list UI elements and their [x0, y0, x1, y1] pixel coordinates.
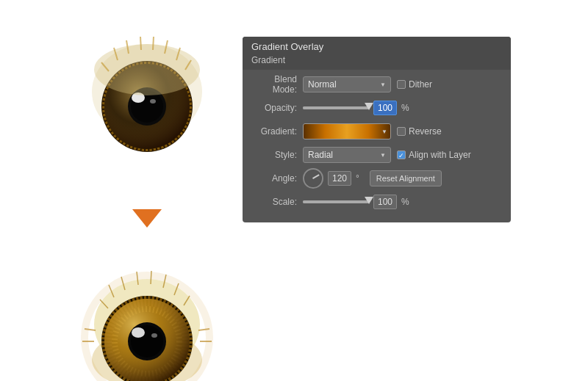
opacity-slider[interactable]	[303, 106, 369, 109]
blend-mode-arrow-icon: ▼	[380, 81, 386, 88]
blend-mode-value: Normal	[308, 79, 377, 90]
svg-point-11	[150, 99, 156, 104]
svg-line-15	[140, 37, 141, 50]
svg-line-16	[153, 37, 154, 50]
svg-line-38	[151, 271, 151, 284]
scale-slider-area: 100 %	[303, 195, 503, 209]
svg-point-33	[132, 327, 145, 338]
angle-label: Angle:	[250, 173, 303, 184]
gradient-overlay-panel: Gradient Overlay Gradient Blend Mode: No…	[243, 37, 511, 222]
angle-dial[interactable]	[303, 168, 323, 189]
style-arrow-icon: ▼	[380, 152, 386, 159]
dither-checkbox[interactable]	[397, 80, 406, 89]
scale-row: Scale: 100 %	[250, 193, 503, 211]
scale-slider[interactable]	[303, 200, 369, 203]
gradient-row: Gradient: ▼ Reverse	[250, 123, 503, 140]
align-label: Align with Layer	[409, 150, 471, 160]
gradient-arrow-icon: ▼	[381, 128, 387, 135]
bottom-eye	[74, 264, 220, 381]
reset-alignment-button[interactable]: Reset Alignment	[370, 170, 442, 186]
dither-group: Dither	[397, 79, 432, 90]
panel-subtitle: Gradient	[243, 54, 511, 70]
reverse-group: Reverse	[397, 126, 442, 137]
blend-mode-dropdown[interactable]: Normal ▼	[303, 76, 391, 92]
gradient-label: Gradient:	[250, 126, 303, 137]
angle-value-box[interactable]: 120	[328, 171, 351, 186]
angle-controls: 120 ° Reset Alignment	[303, 168, 503, 189]
align-group: Align with Layer	[397, 150, 471, 160]
angle-row: Angle: 120 ° Reset Alignment	[250, 170, 503, 187]
style-value: Radial	[308, 150, 377, 160]
blend-mode-label: Blend Mode:	[250, 74, 303, 95]
down-arrow	[129, 206, 165, 231]
degree-symbol: °	[356, 173, 359, 184]
svg-marker-21	[132, 209, 162, 228]
style-row: Style: Radial ▼ Align with Layer	[250, 146, 503, 164]
scale-value-box[interactable]: 100	[373, 195, 397, 209]
style-label: Style:	[250, 150, 303, 160]
panel-title: Gradient Overlay	[243, 37, 511, 54]
opacity-percent: %	[401, 103, 409, 113]
reverse-checkbox[interactable]	[397, 127, 406, 136]
top-eye	[74, 29, 220, 179]
blend-mode-row: Blend Mode: Normal ▼ Dither	[250, 76, 503, 93]
scale-percent: %	[401, 197, 409, 207]
opacity-value-box[interactable]: 100	[373, 101, 397, 115]
svg-point-12	[94, 44, 200, 95]
dither-label: Dither	[409, 79, 432, 90]
align-checkbox[interactable]	[397, 150, 406, 159]
opacity-row: Opacity: 100 %	[250, 99, 503, 117]
angle-indicator	[312, 174, 320, 179]
svg-point-34	[151, 333, 157, 338]
opacity-slider-fill	[303, 106, 369, 109]
scale-label: Scale:	[250, 197, 303, 207]
reverse-label: Reverse	[409, 126, 442, 137]
scale-slider-thumb	[365, 197, 373, 204]
opacity-slider-area: 100 %	[303, 101, 503, 115]
style-dropdown[interactable]: Radial ▼	[303, 147, 391, 163]
gradient-swatch[interactable]: ▼	[303, 123, 391, 139]
opacity-slider-thumb	[365, 103, 373, 110]
scale-slider-fill	[303, 200, 369, 203]
opacity-label: Opacity:	[250, 103, 303, 113]
